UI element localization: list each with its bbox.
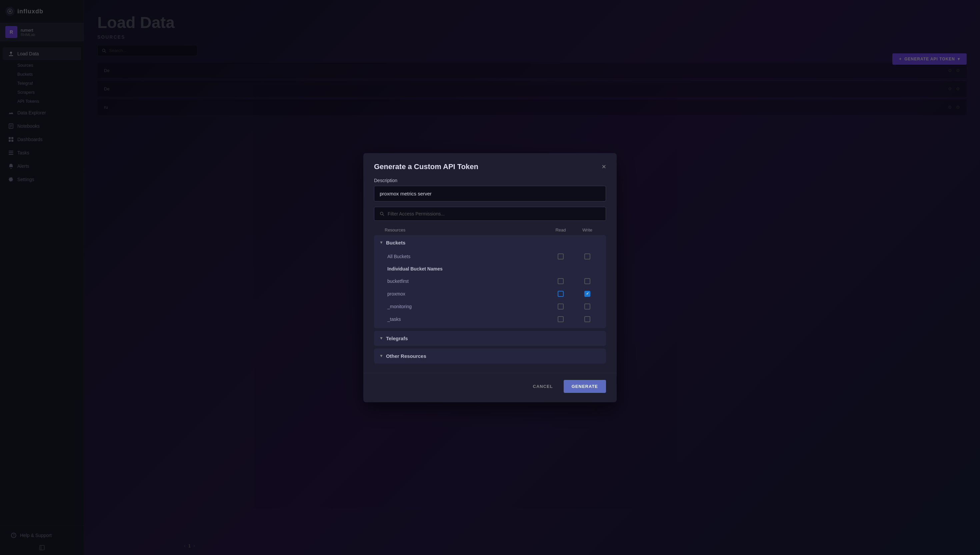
modal-footer: CANCEL GENERATE <box>363 373 617 402</box>
bucketfirst-row: bucketfirst <box>374 275 606 287</box>
chevron-right-icon: ▼ <box>379 336 383 340</box>
proxmox-row: proxmox <box>374 287 606 300</box>
modal-close-button[interactable]: × <box>602 163 606 170</box>
proxmox-write-cell <box>574 291 601 297</box>
bucketfirst-read-checkbox[interactable] <box>558 278 564 284</box>
individual-bucket-names-row: Individual Bucket Names <box>374 263 606 275</box>
tasks-row: _tasks <box>374 313 606 326</box>
filter-search-icon <box>380 212 384 216</box>
description-label: Description <box>374 178 606 183</box>
monitoring-label: _monitoring <box>379 304 547 309</box>
bucketfirst-label: bucketfirst <box>379 279 547 284</box>
svg-point-19 <box>380 212 383 215</box>
resources-col-label: Resources <box>379 228 547 233</box>
buckets-section-label: Buckets <box>386 240 601 245</box>
tasks-write-cell <box>574 316 601 322</box>
chevron-down-icon: ▼ <box>379 240 383 245</box>
monitoring-row: _monitoring <box>374 300 606 313</box>
telegrafs-section-label: Telegrafs <box>386 335 601 341</box>
telegrafs-section: ▼ Telegrafs <box>374 331 606 346</box>
all-buckets-label: All Buckets <box>379 254 547 259</box>
write-column-header: Write <box>574 228 601 233</box>
description-input[interactable] <box>374 186 606 201</box>
buckets-section-body: All Buckets Individual Bucket Names <box>374 250 606 328</box>
monitoring-read-cell <box>547 303 574 310</box>
svg-line-20 <box>383 215 384 216</box>
resources-table: Resources Read Write ▼ Buckets All Bucke… <box>374 228 606 364</box>
monitoring-write-cell <box>574 303 601 310</box>
tasks-write-checkbox[interactable] <box>584 316 590 322</box>
filter-input[interactable] <box>388 211 600 217</box>
all-buckets-write-checkbox[interactable] <box>584 253 590 260</box>
proxmox-read-cell <box>547 291 574 297</box>
bucketfirst-write-checkbox[interactable] <box>584 278 590 284</box>
all-buckets-read-checkbox[interactable] <box>558 253 564 260</box>
monitoring-read-checkbox[interactable] <box>558 303 564 310</box>
chevron-right-icon: ▼ <box>379 354 383 358</box>
all-buckets-write-cell <box>574 253 601 260</box>
generate-token-modal: Generate a Custom API Token × Descriptio… <box>363 153 617 402</box>
monitoring-write-checkbox[interactable] <box>584 303 590 310</box>
modal-title: Generate a Custom API Token <box>374 162 478 171</box>
other-resources-section-header[interactable]: ▼ Other Resources <box>374 348 606 364</box>
individual-bucket-names-label: Individual Bucket Names <box>379 266 601 271</box>
proxmox-read-checkbox[interactable] <box>558 291 564 297</box>
other-resources-section: ▼ Other Resources <box>374 348 606 364</box>
read-column-header: Read <box>547 228 574 233</box>
tasks-label: _tasks <box>379 316 547 322</box>
bucketfirst-write-cell <box>574 278 601 284</box>
other-resources-section-label: Other Resources <box>386 353 601 359</box>
resources-table-header: Resources Read Write <box>374 228 606 235</box>
generate-button[interactable]: GENERATE <box>564 380 606 393</box>
modal-overlay[interactable]: Generate a Custom API Token × Descriptio… <box>0 0 980 555</box>
bucketfirst-read-cell <box>547 278 574 284</box>
cancel-button[interactable]: CANCEL <box>528 380 558 392</box>
filter-bar[interactable] <box>374 207 606 221</box>
proxmox-label: proxmox <box>379 291 547 297</box>
telegrafs-section-header[interactable]: ▼ Telegrafs <box>374 331 606 346</box>
all-buckets-read-cell <box>547 253 574 260</box>
buckets-section-header[interactable]: ▼ Buckets <box>374 235 606 250</box>
modal-header: Generate a Custom API Token × <box>363 153 617 178</box>
tasks-read-checkbox[interactable] <box>558 316 564 322</box>
modal-body: Description Resources Read Write <box>363 178 617 373</box>
buckets-section: ▼ Buckets All Buckets <box>374 235 606 328</box>
proxmox-write-checkbox[interactable] <box>584 291 590 297</box>
all-buckets-row: All Buckets <box>374 250 606 263</box>
tasks-read-cell <box>547 316 574 322</box>
